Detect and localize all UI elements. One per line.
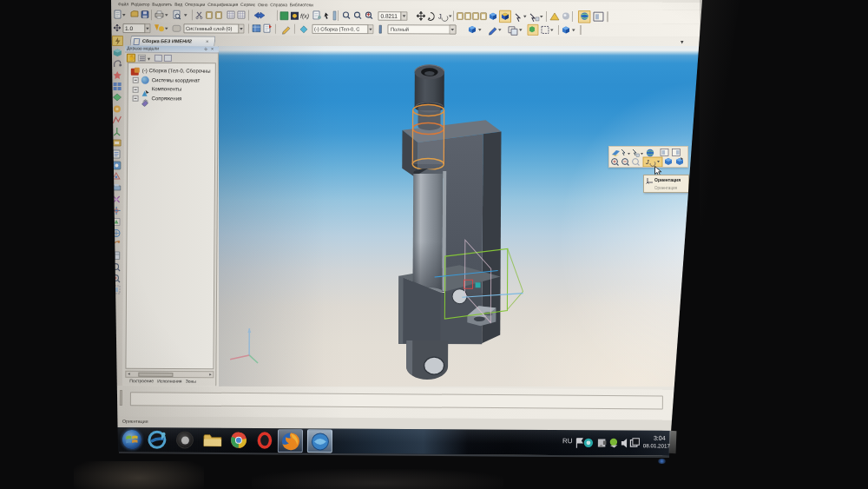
svg-text:0.8211: 0.8211 [380, 13, 398, 19]
svg-text:J: J [645, 159, 649, 165]
svg-text:1.0: 1.0 [125, 25, 133, 31]
svg-text:(-) Сборка (Тел-0, С: (-) Сборка (Тел-0, С [314, 26, 360, 31]
svg-text:J: J [438, 12, 442, 20]
svg-text:Полный: Полный [391, 27, 409, 32]
svg-text:f(x): f(x) [300, 13, 309, 20]
svg-text:Системный слой (0): Системный слой (0) [186, 26, 233, 31]
